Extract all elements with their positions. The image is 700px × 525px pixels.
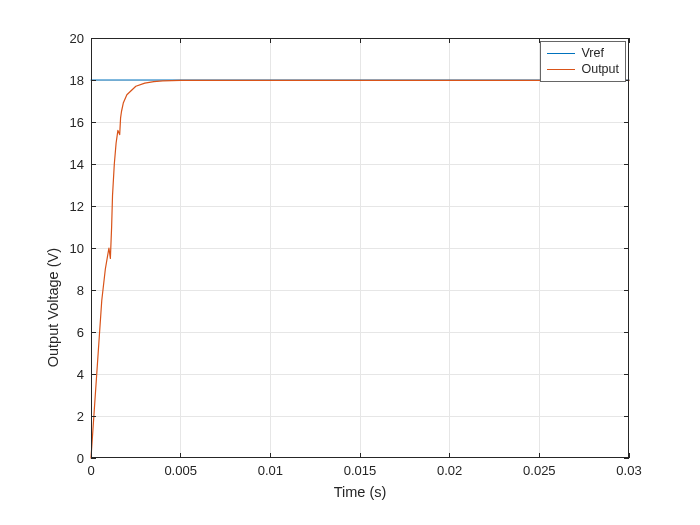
- x-tick-label: 0.01: [258, 464, 283, 477]
- legend-swatch-vref: [547, 53, 575, 54]
- y-tick-label: 6: [77, 326, 84, 339]
- gridlines: [91, 38, 629, 458]
- y-tick-label: 4: [77, 368, 84, 381]
- y-axis-label: Output Voltage (V): [45, 248, 61, 367]
- x-tick-label: 0.025: [523, 464, 556, 477]
- y-tick-label: 8: [77, 284, 84, 297]
- y-tick-label: 12: [70, 200, 84, 213]
- legend-entry-output: Output: [547, 61, 619, 77]
- y-tick-label: 0: [77, 452, 84, 465]
- x-tick-label: 0.005: [164, 464, 197, 477]
- y-tick-label: 14: [70, 158, 84, 171]
- legend-swatch-output: [547, 69, 575, 70]
- figure: Vref Output 00.0050.010.0150.020.0250.03…: [0, 0, 700, 525]
- legend-label-output: Output: [581, 62, 619, 76]
- legend: Vref Output: [540, 41, 626, 82]
- plot-svg: [91, 38, 629, 458]
- y-tick-label: 20: [70, 32, 84, 45]
- y-tick-label: 10: [70, 242, 84, 255]
- x-tick-label: 0.03: [616, 464, 641, 477]
- axes: Vref Output: [91, 38, 629, 458]
- legend-entry-vref: Vref: [547, 45, 619, 61]
- y-tick-label: 16: [70, 116, 84, 129]
- y-tick-label: 2: [77, 410, 84, 423]
- x-tick-label: 0.015: [344, 464, 377, 477]
- x-tick-label: 0: [87, 464, 94, 477]
- x-axis-label: Time (s): [334, 484, 387, 500]
- y-tick-label: 18: [70, 74, 84, 87]
- x-tick-label: 0.02: [437, 464, 462, 477]
- legend-label-vref: Vref: [581, 46, 603, 60]
